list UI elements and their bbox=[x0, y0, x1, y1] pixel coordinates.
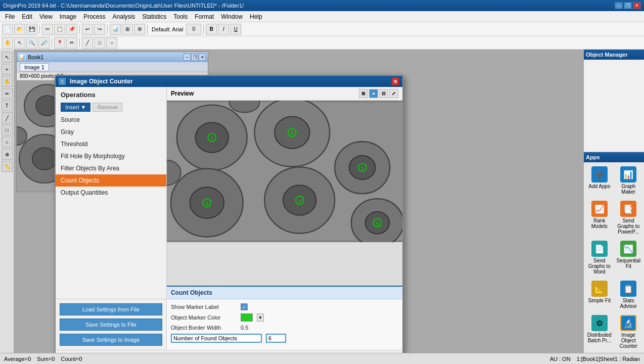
remove-button[interactable]: Remove bbox=[93, 103, 122, 112]
font-size-field[interactable]: 0 bbox=[186, 24, 201, 35]
menu-view[interactable]: View bbox=[36, 12, 56, 21]
found-objects-value-input[interactable] bbox=[266, 334, 286, 343]
tool-data[interactable]: ⊕ bbox=[2, 149, 13, 160]
tool-pan[interactable]: ✋ bbox=[2, 76, 13, 87]
app-add-apps[interactable]: ➕ Add Apps bbox=[586, 164, 613, 197]
op-source[interactable]: Source bbox=[56, 114, 166, 126]
close-button[interactable]: ✕ bbox=[633, 2, 641, 9]
operations-list: Source Gray Threshold Fill Hole By Morph… bbox=[56, 114, 166, 299]
tool-rect[interactable]: □ bbox=[2, 124, 13, 135]
toolbar-paste[interactable]: 📌 bbox=[66, 24, 77, 35]
stats-advisor-icon: 📋 bbox=[620, 281, 636, 297]
toolbar-cut[interactable]: ✂ bbox=[42, 24, 53, 35]
tool-line[interactable]: ╱ bbox=[2, 112, 13, 123]
sequential-fit-icon: 📉 bbox=[620, 241, 636, 257]
status-sheet: 1:[Book1]Sheet1 : Radian bbox=[577, 356, 640, 362]
menu-tools[interactable]: Tools bbox=[170, 12, 191, 21]
toolbar-new[interactable]: 📄 bbox=[2, 24, 13, 35]
preview-label: Preview bbox=[171, 90, 194, 97]
insert-button[interactable]: Insert ▼ bbox=[61, 103, 90, 112]
app-distributed-batch[interactable]: ⚙ Distributed Batch Pr... bbox=[586, 313, 613, 351]
object-manager-title: Object Manager bbox=[584, 50, 644, 60]
menu-format[interactable]: Format bbox=[192, 12, 217, 21]
toolbar-bold[interactable]: B bbox=[206, 24, 217, 35]
toolbar-zoom-in[interactable]: 🔍 bbox=[26, 37, 37, 49]
toolbar-circle[interactable]: ○ bbox=[106, 37, 117, 49]
tool-zoom[interactable]: + bbox=[2, 64, 13, 75]
app-send-graphs-word[interactable]: 📄 Send Graphs to Word bbox=[586, 239, 613, 277]
menu-analysis[interactable]: Analysis bbox=[110, 12, 139, 21]
status-au: AU : ON bbox=[550, 356, 571, 362]
toolbar-underline[interactable]: U bbox=[230, 24, 241, 35]
toolbar-italic[interactable]: I bbox=[218, 24, 229, 35]
toolbar-copy[interactable]: 📋 bbox=[54, 24, 65, 35]
app-image-object-counter[interactable]: 🔬 Image Object Counter bbox=[615, 313, 642, 351]
marker-color-dropdown-btn[interactable]: ▼ bbox=[257, 313, 264, 322]
tool-pointer[interactable]: ↖ bbox=[2, 52, 13, 63]
main-layout: ↖ + ✋ ✏ T ╱ □ ○ ⊕ 📏 📊 Book1 ─ ❐ ✕ bbox=[0, 50, 644, 353]
app-sequential-fit[interactable]: 📉 Sequential Fit bbox=[615, 239, 642, 277]
tool-measure[interactable]: 📏 bbox=[2, 161, 13, 172]
preview-btn-2[interactable]: ● bbox=[369, 89, 378, 98]
toolbar-settings[interactable]: ⚙ bbox=[134, 24, 145, 35]
op-count-objects[interactable]: Count Objects bbox=[56, 174, 166, 187]
toolbar-rectangle[interactable]: □ bbox=[94, 37, 105, 49]
op-fill-hole[interactable]: Fill Hole By Morphology bbox=[56, 150, 166, 162]
menu-image[interactable]: Image bbox=[57, 12, 79, 21]
op-output-quantities[interactable]: Output Quantities bbox=[56, 187, 166, 199]
toolbar-undo[interactable]: ↩ bbox=[82, 24, 93, 35]
operations-toolbar: Insert ▼ Remove bbox=[56, 101, 166, 114]
save-settings-image-btn[interactable]: Save Settings to Image bbox=[60, 334, 162, 346]
preview-btn-1[interactable]: ⊞ bbox=[359, 89, 368, 98]
tool-draw[interactable]: ✏ bbox=[2, 88, 13, 99]
toolbar-table[interactable]: ⊞ bbox=[122, 24, 133, 35]
tool-circle[interactable]: ○ bbox=[2, 136, 13, 148]
image-object-counter-icon: 🔬 bbox=[620, 315, 636, 331]
toolbar-select[interactable]: ↖ bbox=[14, 37, 25, 49]
toolbar-zoom-out[interactable]: 🔎 bbox=[38, 37, 50, 49]
sep-7 bbox=[79, 38, 80, 48]
preview-btn-3[interactable]: ⊟ bbox=[379, 89, 388, 98]
marker-color-swatch[interactable] bbox=[241, 313, 253, 322]
dialog-close-icon-button[interactable]: ✕ bbox=[391, 77, 399, 85]
toolbar-line[interactable]: ╱ bbox=[82, 37, 93, 49]
preview-btn-4[interactable]: ⤢ bbox=[389, 89, 398, 98]
found-objects-input[interactable] bbox=[171, 334, 262, 343]
toolbar-redo[interactable]: ↪ bbox=[94, 24, 105, 35]
toolbar-open[interactable]: 📂 bbox=[14, 24, 25, 35]
font-dropdown-label: Default: Arial bbox=[150, 26, 185, 32]
app-graph-maker[interactable]: 📊 Graph Maker bbox=[615, 164, 642, 197]
svg-text:2: 2 bbox=[291, 130, 294, 135]
toolbar-pan[interactable]: ✋ bbox=[2, 37, 13, 49]
restore-button[interactable]: ❐ bbox=[624, 2, 632, 9]
menu-file[interactable]: File bbox=[2, 12, 18, 21]
distributed-batch-icon: ⚙ bbox=[591, 315, 608, 331]
sep-6 bbox=[52, 38, 52, 48]
op-threshold[interactable]: Threshold bbox=[56, 138, 166, 150]
operations-title: Operations bbox=[56, 87, 166, 101]
app-send-graphs-powerpoint[interactable]: 📑 Send Graphs to PowerP... bbox=[615, 199, 642, 237]
toolbar-annotate[interactable]: ✏ bbox=[66, 37, 77, 49]
load-settings-btn[interactable]: Load Settings from File bbox=[60, 303, 162, 315]
app-simple-fit[interactable]: 📐 Simple Fit bbox=[586, 279, 613, 311]
tool-text[interactable]: T bbox=[2, 100, 13, 111]
menu-process[interactable]: Process bbox=[80, 12, 108, 21]
toolbar-graph[interactable]: 📊 bbox=[110, 24, 121, 35]
count-objects-body: Show Marker Label ✓ Object Marker Color … bbox=[167, 299, 402, 350]
send-graphs-word-icon: 📄 bbox=[591, 241, 608, 257]
menu-statistics[interactable]: Statistics bbox=[139, 12, 169, 21]
graph-maker-label: Graph Maker bbox=[616, 184, 641, 195]
op-filter-area[interactable]: Filter Objects By Area bbox=[56, 162, 166, 174]
app-rank-models[interactable]: 📈 Rank Models bbox=[586, 199, 613, 237]
app-stats-advisor[interactable]: 📋 Stats Advisor bbox=[615, 279, 642, 311]
show-marker-checkbox[interactable]: ✓ bbox=[241, 303, 248, 310]
save-settings-file-btn[interactable]: Save Settings to File bbox=[60, 318, 162, 331]
op-gray[interactable]: Gray bbox=[56, 126, 166, 138]
menu-help[interactable]: Help bbox=[247, 12, 265, 21]
toolbar-data-reader[interactable]: 📍 bbox=[54, 37, 65, 49]
toolbar-save[interactable]: 💾 bbox=[26, 24, 37, 35]
status-bar: Average=0 Sum=0 Count=0 AU : ON 1:[Book1… bbox=[0, 353, 644, 364]
menu-window[interactable]: Window bbox=[218, 12, 246, 21]
minimize-button[interactable]: ─ bbox=[615, 2, 623, 9]
menu-edit[interactable]: Edit bbox=[19, 12, 35, 21]
